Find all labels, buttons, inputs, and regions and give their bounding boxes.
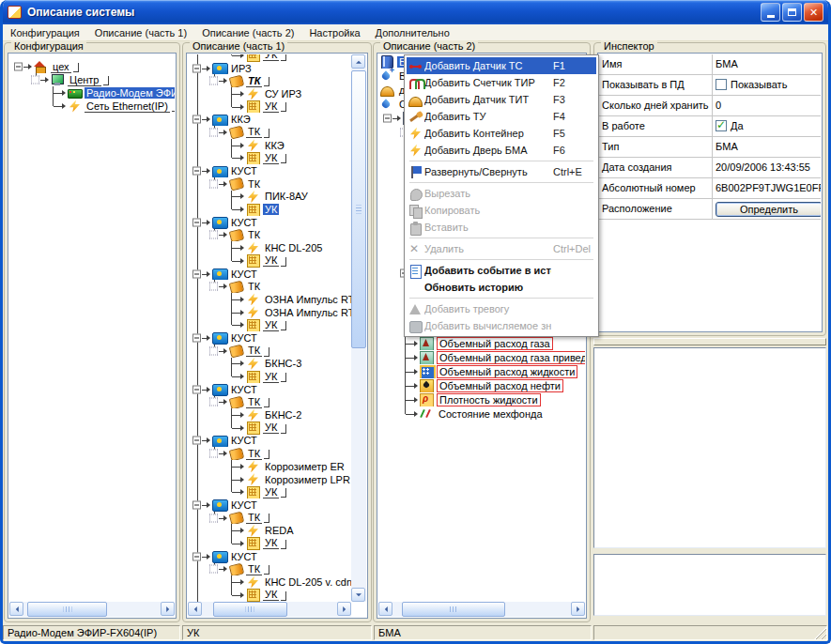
inspector-value[interactable]: БМА xyxy=(713,54,821,74)
tree-item[interactable]: ТК xyxy=(188,512,351,525)
tree-item[interactable]: КУСТ xyxy=(188,498,351,512)
expand-box[interactable] xyxy=(207,447,223,460)
tree-item[interactable]: ОЗНА Импульс RTL xyxy=(188,293,351,306)
tree-label[interactable]: УК xyxy=(263,589,279,601)
tree-item[interactable]: УК xyxy=(188,537,351,550)
tree-item[interactable]: Объемный расход газа xyxy=(378,336,585,350)
tree-item[interactable]: ТК xyxy=(188,229,351,242)
tree-label[interactable]: КУСТ xyxy=(229,165,259,176)
scroll-thumb[interactable] xyxy=(351,70,366,348)
tree-label[interactable]: ТК xyxy=(246,229,262,240)
expand-box[interactable] xyxy=(28,73,45,86)
tree-label[interactable]: цех xyxy=(51,61,71,73)
tree-label[interactable]: REDA xyxy=(263,525,296,536)
tree-item[interactable]: УК xyxy=(188,589,351,602)
expand-box[interactable] xyxy=(190,62,207,75)
expand-box[interactable] xyxy=(207,177,223,191)
inspector-value[interactable]: Показывать xyxy=(713,75,821,95)
menubar-item-0[interactable]: Конфигурация xyxy=(3,26,87,39)
expand-box[interactable] xyxy=(190,331,207,345)
tree-item[interactable]: ТК xyxy=(188,280,351,293)
tree-item[interactable]: КУСТ xyxy=(188,435,351,448)
tree-label[interactable]: КУСТ xyxy=(229,435,259,446)
tree-label[interactable]: УК xyxy=(263,100,279,113)
scroll-left-icon[interactable] xyxy=(9,602,23,616)
tree-label[interactable]: УК xyxy=(263,371,279,383)
tree-item[interactable]: СУ ИРЗ xyxy=(188,87,351,100)
inspector-value[interactable]: 0 xyxy=(713,96,821,115)
tree-label[interactable]: Объемный расход газа xyxy=(437,337,553,350)
tree-label[interactable]: БКНС-2 xyxy=(263,409,303,421)
inspector-value[interactable]: Определить xyxy=(713,199,821,219)
tree-item[interactable]: ТК xyxy=(188,396,351,409)
tree-label[interactable]: Объемный расход нефти xyxy=(437,379,563,392)
expand-box[interactable] xyxy=(207,345,223,358)
h-scrollbar[interactable] xyxy=(188,602,351,617)
context-menu-item-7[interactable]: Развернуть/СвернутьCtrl+E xyxy=(407,163,596,180)
tree-item[interactable]: Сеть Ethernet(IP) xyxy=(9,100,175,113)
tree-item[interactable]: ККЭ xyxy=(188,113,351,126)
tree-item[interactable]: УК xyxy=(188,203,351,216)
tree-label[interactable]: ПИК-8АУ xyxy=(263,191,310,202)
tree-label[interactable]: Объемный расход жидкости xyxy=(437,365,577,378)
tree-item[interactable]: Объемный расход газа приведенн xyxy=(378,350,585,364)
tree-label[interactable]: КУСТ xyxy=(229,217,259,228)
maximize-button[interactable] xyxy=(782,3,802,22)
menubar-item-4[interactable]: Дополнительно xyxy=(368,26,457,39)
tree-label[interactable]: УК xyxy=(263,537,279,549)
tree-item[interactable]: КУСТ xyxy=(188,216,351,229)
tree-label[interactable]: УК xyxy=(263,54,279,61)
inspector-value[interactable]: 6B002PF9TJWG1E0FPK3... xyxy=(713,178,821,198)
context-menu-item-4[interactable]: Добавить КонтейнерF5 xyxy=(407,125,596,142)
tree-label[interactable]: Сеть Ethernet(IP) xyxy=(85,100,170,113)
tree-item[interactable]: ТК xyxy=(188,345,351,358)
tree-item[interactable]: КНС DL-205 v. cdng1 xyxy=(188,575,351,589)
tree-label[interactable]: Объемный расход газа приведенн xyxy=(437,351,585,364)
tree-label[interactable]: УК xyxy=(263,422,279,434)
tree-item[interactable]: цех xyxy=(9,60,175,73)
context-menu-item-0[interactable]: Добавить Датчик ТСF1 xyxy=(407,57,596,74)
tree-item[interactable]: УК xyxy=(188,254,351,268)
context-menu-item-16[interactable]: Обновить историю xyxy=(407,279,596,296)
title-bar[interactable]: Описание системы ✕ xyxy=(3,0,828,24)
tree-item[interactable]: КУСТ xyxy=(188,383,351,396)
scroll-thumb[interactable] xyxy=(402,602,505,617)
tree-label[interactable]: КНС DL-205 xyxy=(263,242,324,253)
tree-label[interactable]: ОЗНА Импульс RTL xyxy=(263,307,351,318)
checkbox-unchecked-icon[interactable] xyxy=(716,79,727,90)
tree-item[interactable]: УК xyxy=(188,100,351,114)
tree-item[interactable]: Объемный расход нефти xyxy=(378,378,585,392)
menubar-item-3[interactable]: Настройка xyxy=(301,26,367,39)
expand-box[interactable] xyxy=(207,512,223,525)
checkbox-checked-icon[interactable] xyxy=(716,120,727,131)
tree-label[interactable]: КУСТ xyxy=(229,499,259,511)
expand-box[interactable] xyxy=(190,498,207,512)
tree-label[interactable]: Коррозиметр LPR xyxy=(263,474,351,485)
tree-item[interactable]: Объемный расход жидкости xyxy=(378,364,585,378)
h-scrollbar[interactable] xyxy=(378,602,585,617)
expand-box[interactable] xyxy=(380,111,397,125)
tree-item[interactable]: УК xyxy=(188,152,351,165)
tree-label[interactable]: КУСТ xyxy=(229,551,259,562)
scroll-right-icon[interactable] xyxy=(571,602,585,616)
expand-box[interactable] xyxy=(190,435,207,448)
scroll-track[interactable] xyxy=(202,602,337,617)
tree-item[interactable]: Коррозиметр LPR xyxy=(188,473,351,486)
expand-box[interactable] xyxy=(190,383,207,396)
tree-label[interactable]: КНС DL-205 v. cdng1 xyxy=(263,576,351,588)
expand-box[interactable] xyxy=(190,113,207,126)
tree-item[interactable]: КУСТ xyxy=(188,550,351,563)
tree-item[interactable]: КНС DL-205 xyxy=(188,241,351,254)
tree-label[interactable]: УК xyxy=(263,486,279,498)
context-menu-item-2[interactable]: Добавить Датчик ТИТF3 xyxy=(407,91,596,108)
close-button[interactable]: ✕ xyxy=(804,3,823,22)
tree-item[interactable]: ТК xyxy=(188,74,351,87)
tree-item[interactable]: Состояние мехфонда xyxy=(378,406,585,421)
tree-label[interactable]: Центр xyxy=(68,74,101,86)
context-menu-item-3[interactable]: Добавить ТУF4 xyxy=(407,108,596,125)
resize-grip[interactable] xyxy=(814,627,826,639)
expand-box[interactable] xyxy=(190,550,207,563)
scroll-right-icon[interactable] xyxy=(161,602,175,616)
tree-label[interactable]: ТК xyxy=(246,396,262,408)
inspector-value[interactable]: Да xyxy=(713,116,821,136)
